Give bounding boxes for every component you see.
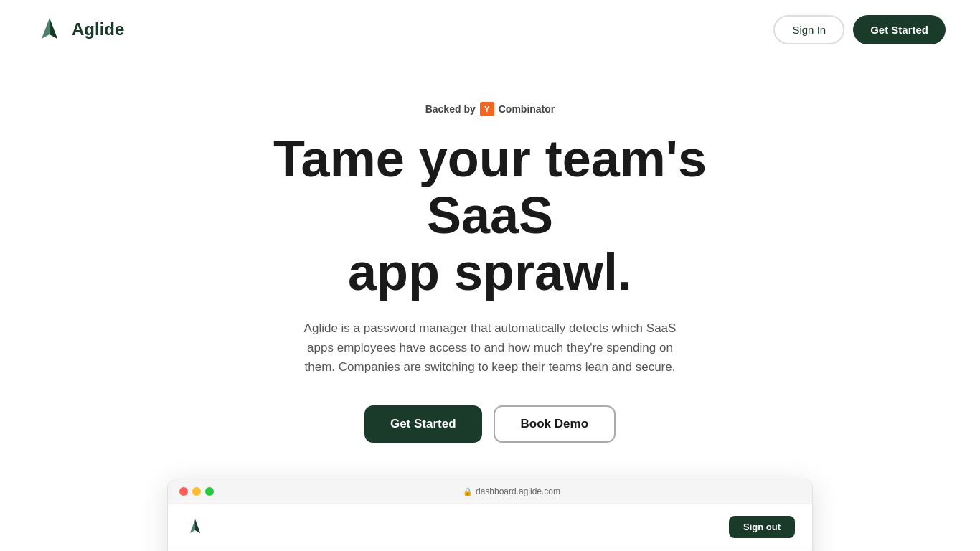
hero-title-line2: app sprawl. <box>348 243 632 301</box>
yc-badge: Y <box>480 102 494 116</box>
dot-green <box>205 487 214 496</box>
hero-buttons: Get Started Book Demo <box>364 405 616 443</box>
logo-container: Aglide <box>34 14 124 44</box>
get-started-hero-button[interactable]: Get Started <box>364 405 482 443</box>
hero-title: Tame your team's SaaS app sprawl. <box>239 131 741 301</box>
dot-red <box>179 487 188 496</box>
backed-by-label: Backed by Y Combinator <box>425 102 555 116</box>
dashboard-header: Sign out <box>168 504 812 550</box>
backed-by-text: Backed by <box>425 103 476 115</box>
hero-section: Backed by Y Combinator Tame your team's … <box>0 59 980 479</box>
logo-text: Aglide <box>72 19 124 39</box>
combinator-text: Combinator <box>499 103 555 115</box>
browser-dots <box>179 487 214 496</box>
browser-content: Sign out Welcome, Rachel Attic Organisat… <box>168 504 812 551</box>
signout-button[interactable]: Sign out <box>729 516 795 538</box>
book-demo-button[interactable]: Book Demo <box>494 405 616 443</box>
get-started-nav-button[interactable]: Get Started <box>853 15 946 44</box>
hero-subtitle: Aglide is a password manager that automa… <box>300 319 680 377</box>
lock-icon: 🔒 <box>463 487 473 496</box>
navbar: Aglide Sign In Get Started <box>0 0 980 59</box>
hero-title-line1: Tame your team's SaaS <box>273 130 707 244</box>
browser-mockup-wrapper: 🔒 dashboard.aglide.com Sign out Welcome,… <box>0 479 980 551</box>
browser-mockup: 🔒 dashboard.aglide.com Sign out Welcome,… <box>167 479 813 551</box>
nav-buttons: Sign In Get Started <box>773 15 946 44</box>
browser-toolbar: 🔒 dashboard.aglide.com <box>168 479 812 504</box>
url-text: dashboard.aglide.com <box>476 486 560 496</box>
dot-yellow <box>192 487 201 496</box>
aglide-logo-icon <box>34 14 65 44</box>
signin-button[interactable]: Sign In <box>773 15 844 44</box>
browser-url-bar: 🔒 dashboard.aglide.com <box>222 486 801 496</box>
dashboard-logo-icon <box>185 517 205 537</box>
